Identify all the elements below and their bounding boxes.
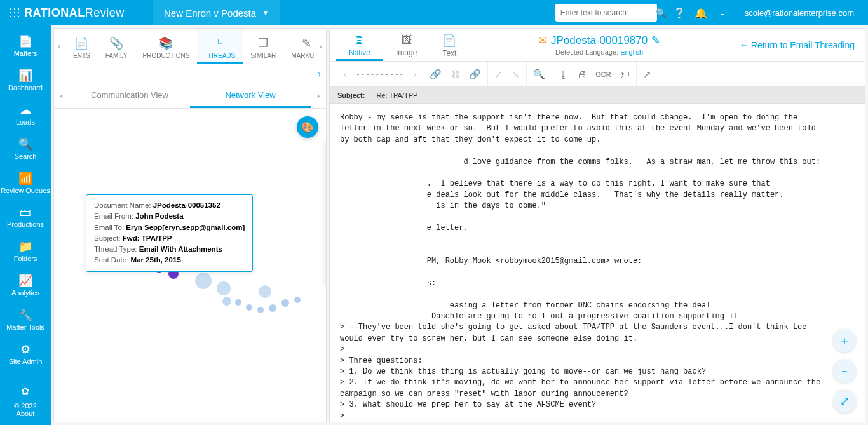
branch-icon: ⑂: [217, 37, 224, 50]
find-icon[interactable]: 🔍: [533, 69, 545, 80]
chain-icon[interactable]: 🔗: [469, 69, 481, 80]
edit-icon[interactable]: ✎: [651, 34, 660, 47]
tab-threads[interactable]: ⑂THREADS: [197, 29, 243, 64]
tab-markups[interactable]: ✎MARKUPS: [283, 29, 315, 64]
about-link[interactable]: About: [14, 410, 37, 417]
prev-doc-icon[interactable]: ‹: [344, 69, 347, 79]
user-menu[interactable]: scole@rationalenterprise.com: [733, 8, 868, 18]
network-node[interactable]: [294, 297, 301, 303]
next-doc-icon[interactable]: ›: [413, 69, 416, 79]
language-link[interactable]: English: [620, 48, 643, 56]
global-search[interactable]: 🔍: [555, 4, 657, 22]
tabs-scroll-right[interactable]: ›: [315, 29, 326, 64]
fullscreen-button[interactable]: ⤢: [833, 390, 856, 413]
doc-title-area: ✉ JPodesta-00019870 ✎ Detected Language:…: [469, 29, 729, 61]
thread-tabs: ‹ 📄ENTS 📎FAMILY 📚PRODUCTIONS ⑂THREADS ❐S…: [54, 29, 326, 64]
view-tab-communication[interactable]: Communication View: [69, 83, 190, 108]
notifications-icon[interactable]: 🔔: [690, 7, 712, 19]
tags-icon[interactable]: 🏷: [620, 69, 630, 79]
doc-toolbar: ‹ ---------- › 🔗 ⛓ 🔗 ⤢ ⤡ 🔍 ⭳: [330, 62, 865, 87]
help-icon[interactable]: ❔: [668, 7, 690, 19]
project-name: New Enron v Podesta: [164, 8, 256, 18]
wrench-icon: 🔧: [0, 308, 51, 322]
top-bar: RATIONALReview New Enron v Podesta ▼ 🔍 ❔…: [0, 0, 868, 25]
brand-light: Review: [85, 6, 125, 19]
bars-icon: 📶: [0, 172, 51, 186]
sidebar-item-dashboard[interactable]: 📊Dashboard: [0, 64, 51, 98]
sidebar-item-site-admin[interactable]: ⚙Site Admin: [0, 337, 51, 372]
legend-toggle-button[interactable]: 🎨: [297, 116, 318, 138]
sidebar-item-loads[interactable]: ☁Loads: [0, 98, 51, 132]
unlink-icon[interactable]: ⛓: [451, 69, 460, 79]
tab-family[interactable]: 📎FAMILY: [98, 29, 135, 64]
search-input[interactable]: [560, 8, 656, 17]
return-to-threading[interactable]: ← Return to Email Threading: [729, 29, 865, 61]
rtab-text[interactable]: 📄Text: [430, 29, 469, 61]
link-icon[interactable]: 🔗: [430, 69, 442, 80]
rtab-image[interactable]: 🖼Image: [383, 29, 430, 61]
sidebar-footer: ✿ © 2022 About: [14, 385, 37, 425]
doc-id: JPodesta-00019870: [551, 34, 648, 47]
envelope-icon: ✉: [538, 34, 547, 47]
rtab-native[interactable]: 🗎Native: [336, 29, 383, 61]
tab-productions[interactable]: 📚PRODUCTIONS: [135, 29, 198, 64]
zoom-controls: ＋ － ⤢: [833, 329, 856, 413]
folder-icon: 📁: [0, 239, 51, 253]
network-node[interactable]: [269, 304, 276, 312]
settings-icon[interactable]: ✿: [14, 385, 37, 397]
thread-panel: ‹ 📄ENTS 📎FAMILY 📚PRODUCTIONS ⑂THREADS ❐S…: [53, 28, 327, 422]
network-node[interactable]: [259, 285, 271, 298]
download-doc-icon[interactable]: ⭳: [559, 69, 568, 79]
expand-icon[interactable]: ⤢: [494, 69, 503, 80]
tabs-scroll-left[interactable]: ‹: [54, 29, 65, 64]
network-node[interactable]: [246, 304, 252, 311]
email-body[interactable]: Robby - my sense is that the support isn…: [330, 104, 865, 422]
gauge-icon: 📊: [0, 69, 51, 83]
copy-icon: ❐: [258, 36, 268, 50]
sidebar-item-review-queues[interactable]: 📶Review Queues: [0, 166, 51, 201]
cogs-icon: ⚙: [0, 342, 51, 356]
box-icon: 🗃: [0, 206, 51, 219]
network-canvas[interactable]: 🎨 Attachment Email With Attachments Inne…: [54, 109, 326, 422]
sidebar-item-matters[interactable]: 📄Matters: [0, 29, 51, 64]
collapse-icon[interactable]: ⤡: [512, 69, 520, 80]
network-node[interactable]: [222, 297, 231, 306]
chart-icon: 📈: [0, 274, 51, 288]
search-icon[interactable]: 🔍: [656, 8, 667, 18]
sidebar-item-search[interactable]: 🔍Search: [0, 132, 51, 166]
file-icon: 📄: [0, 34, 51, 48]
ocr-button[interactable]: OCR: [595, 71, 611, 78]
doc-counter: ----------: [356, 70, 404, 78]
sidebar-item-matter-tools[interactable]: 🔧Matter Tools: [0, 303, 51, 337]
left-sidebar: 📄Matters 📊Dashboard ☁Loads 🔍Search 📶Revi…: [0, 25, 51, 425]
app-logo: RATIONALReview: [0, 0, 153, 25]
print-icon[interactable]: 🖨: [577, 69, 587, 79]
network-node[interactable]: [217, 281, 231, 295]
tab-similar[interactable]: ❐SIMILAR: [243, 29, 283, 64]
zoom-in-button[interactable]: ＋: [833, 329, 856, 352]
sidebar-item-folders[interactable]: 📁Folders: [0, 234, 51, 269]
sidebar-item-productions[interactable]: 🗃Productions: [0, 201, 51, 234]
image-icon: 🖼: [401, 34, 412, 47]
sidebar-item-analytics[interactable]: 📈Analytics: [0, 269, 51, 303]
view-scroll-left[interactable]: ‹: [54, 83, 69, 108]
brand-bold: RATIONAL: [24, 6, 85, 19]
view-scroll-right[interactable]: ›: [311, 83, 326, 108]
clip-icon: 📎: [109, 36, 123, 50]
doc-icon: 📄: [74, 36, 88, 50]
network-node[interactable]: [195, 273, 212, 289]
download-icon[interactable]: ⭳: [712, 7, 733, 18]
tab-ents[interactable]: 📄ENTS: [65, 29, 98, 64]
view-tab-network[interactable]: Network View: [190, 83, 311, 108]
project-selector[interactable]: New Enron v Podesta ▼: [153, 0, 280, 25]
file-outline-icon: 🗎: [354, 34, 365, 47]
subject-bar: Subject: Re: TPA/TPP: [330, 87, 865, 104]
popout-icon[interactable]: ↗: [643, 69, 651, 80]
copyright: © 2022: [14, 402, 37, 410]
zoom-out-button[interactable]: －: [833, 360, 856, 382]
cloud-icon: ☁: [0, 103, 51, 117]
network-node[interactable]: [281, 299, 289, 307]
network-node[interactable]: [257, 307, 264, 313]
collapse-icon[interactable]: ›: [318, 69, 321, 79]
network-node[interactable]: [235, 299, 241, 306]
